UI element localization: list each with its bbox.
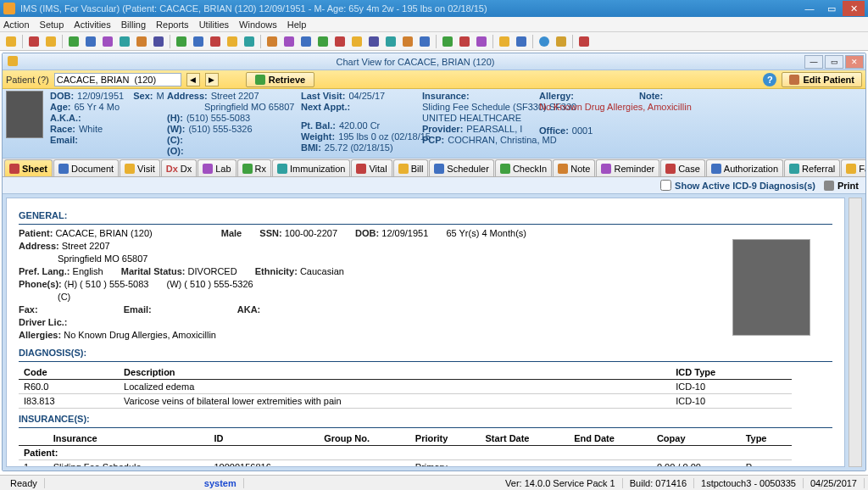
tab-checkin[interactable]: CheckIn (495, 159, 552, 176)
patient-next-button[interactable]: ▶ (205, 73, 219, 86)
toolbar-btn[interactable] (497, 34, 512, 49)
help-icon[interactable]: ? (763, 73, 776, 86)
toolbar-btn[interactable] (26, 34, 42, 49)
status-terminal: 1stpctouch3 - 0050335 (694, 478, 804, 488)
toolbar-btn[interactable] (315, 34, 331, 49)
toolbar-btn[interactable] (281, 34, 297, 49)
tab-rx[interactable]: Rx (237, 159, 271, 176)
toolbar-btn[interactable] (349, 34, 364, 49)
chart-window-title: Chart View for CACACE, BRIAN (120) (26, 57, 804, 67)
toolbar-btn[interactable] (66, 34, 81, 49)
menu-billing[interactable]: Billing (121, 19, 146, 30)
toolbar-btn[interactable] (366, 34, 381, 49)
tab-document[interactable]: Document (53, 159, 119, 176)
subwin-close[interactable]: ✕ (845, 55, 864, 69)
toolbar-btn[interactable] (400, 34, 415, 49)
status-bar: Ready system Ver: 14.0.0 Service Pack 1 … (0, 475, 868, 490)
show-icd9-checkbox[interactable]: Show Active ICD-9 Diagnosis(s) (660, 180, 815, 191)
tab-reminder[interactable]: Reminder (596, 159, 659, 176)
tab-referral[interactable]: Referral (784, 159, 840, 176)
tab-dx[interactable]: DxDx (161, 159, 198, 176)
toolbar-btn[interactable] (174, 34, 189, 49)
toolbar-btn[interactable] (332, 34, 348, 49)
toolbar-btn[interactable] (117, 34, 132, 49)
menu-reports[interactable]: Reports (156, 19, 189, 30)
tab-authorization[interactable]: Authorization (706, 159, 783, 176)
patient-photo-large (732, 239, 810, 336)
status-version: Ver: 14.0.0 Service Pack 1 (498, 478, 623, 488)
toolbar-btn[interactable] (514, 34, 529, 49)
menu-help[interactable]: Help (287, 19, 307, 30)
chart-window-titlebar: Chart View for CACACE, BRIAN (120) — ▭ ✕ (3, 53, 865, 70)
toolbar-btn[interactable] (383, 34, 398, 49)
subwin-maximize[interactable]: ▭ (825, 55, 843, 69)
section-general: GENERAL: (19, 210, 832, 220)
toolbar-btn[interactable] (100, 34, 115, 49)
tab-bill[interactable]: Bill (393, 159, 429, 176)
print-button[interactable]: Print (824, 181, 859, 191)
content-area: GENERAL: Patient: CACACE, BRIAN (120) Ma… (3, 194, 865, 471)
toolbar-btn[interactable] (83, 34, 98, 49)
menu-windows[interactable]: Windows (239, 19, 277, 30)
tab-strip: Sheet Document Visit DxDx Lab Rx Immuniz… (3, 159, 865, 177)
chart-window-icon (8, 55, 21, 69)
tab-lab[interactable]: Lab (198, 159, 236, 176)
table-row: I83.813Varicose veins of bilateral lower… (19, 394, 792, 409)
retrieve-button[interactable]: Retrieve (246, 72, 314, 87)
subwin-minimize[interactable]: — (804, 55, 823, 69)
toolbar-btn[interactable] (417, 34, 432, 49)
toolbar-btn[interactable] (242, 34, 257, 49)
status-ready: Ready (3, 478, 45, 488)
options-bar: Show Active ICD-9 Diagnosis(s) Print (3, 177, 865, 194)
toolbar-btn[interactable] (225, 34, 240, 49)
toolbar-btn[interactable] (3, 34, 19, 49)
menu-setup[interactable]: Setup (40, 19, 64, 30)
tab-sheet[interactable]: Sheet (4, 159, 53, 176)
tab-visit[interactable]: Visit (120, 159, 160, 176)
menu-activities[interactable]: Activities (74, 19, 110, 30)
toolbar-btn[interactable] (191, 34, 206, 49)
tab-scheduler[interactable]: Scheduler (429, 159, 494, 176)
edit-patient-button[interactable]: Edit Patient (782, 72, 862, 87)
tab-case[interactable]: Case (660, 159, 705, 176)
tab-vital[interactable]: Vital (351, 159, 392, 176)
menu-utilities[interactable]: Utilities (199, 19, 229, 30)
toolbar-lock-icon[interactable] (554, 34, 569, 49)
window-close[interactable]: ✕ (843, 1, 865, 16)
section-diagnosis: DIAGNOSIS(S): (19, 348, 832, 358)
scrollbar[interactable] (849, 198, 862, 467)
status-build: Build: 071416 (623, 478, 694, 488)
main-toolbar (0, 32, 868, 51)
patient-input[interactable] (54, 73, 181, 86)
toolbar-btn[interactable] (208, 34, 223, 49)
table-row: 1.Sliding Fee Schedule10000156816 Primar… (19, 460, 792, 468)
window-minimize[interactable]: — (798, 1, 821, 16)
toolbar-btn[interactable] (440, 34, 455, 49)
window-titlebar: IMS (IMS, For Vascular) (Patient: CACACE… (0, 0, 868, 17)
window-title: IMS (IMS, For Vascular) (Patient: CACACE… (20, 3, 798, 14)
toolbar-btn[interactable] (457, 34, 472, 49)
toolbar-btn[interactable] (576, 34, 592, 49)
toolbar-btn[interactable] (134, 34, 149, 49)
toolbar-btn[interactable] (474, 34, 489, 49)
toolbar-btn[interactable] (151, 34, 166, 49)
tab-faxsent[interactable]: Fax Sent (841, 159, 865, 176)
tab-note[interactable]: Note (553, 159, 595, 176)
app-icon (3, 3, 15, 14)
toolbar-help-icon[interactable] (537, 34, 552, 49)
patient-prev-button[interactable]: ◀ (186, 73, 200, 86)
sheet-panel: GENERAL: Patient: CACACE, BRIAN (120) Ma… (6, 198, 845, 467)
patient-bar: Patient (?) ◀ ▶ Retrieve ? Edit Patient (3, 70, 865, 89)
status-date: 04/25/2017 (804, 478, 865, 488)
window-maximize[interactable]: ▭ (821, 1, 843, 16)
demographics-strip: DOB:12/09/1951 Sex:M Age:65 Yr 4 Mo A.K.… (3, 89, 865, 159)
toolbar-btn[interactable] (43, 34, 58, 49)
insurance-table: InsuranceIDGroup No. PriorityStart DateE… (19, 432, 792, 467)
chart-window: Chart View for CACACE, BRIAN (120) — ▭ ✕… (2, 53, 866, 471)
table-row: R60.0Localized edemaICD-10 (19, 380, 792, 394)
toolbar-btn[interactable] (298, 34, 314, 49)
toolbar-btn[interactable] (264, 34, 280, 49)
patient-label: Patient (?) (6, 75, 49, 85)
menu-action[interactable]: Action (3, 19, 30, 30)
tab-immunization[interactable]: Immunization (272, 159, 350, 176)
